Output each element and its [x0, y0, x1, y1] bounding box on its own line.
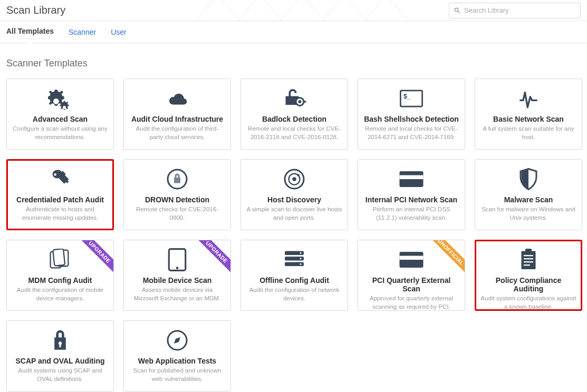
- svg-rect-25: [400, 256, 424, 260]
- svg-rect-2: [303, 101, 306, 103]
- template-advanced-scan[interactable]: Advanced Scan Configure a scan without u…: [6, 79, 114, 150]
- card-desc: Audit the configuration of mobile device…: [12, 286, 108, 302]
- card-title: Offline Config Audit: [246, 276, 342, 285]
- card-desc: Remote and local checks for CVE-2014-627…: [363, 125, 459, 141]
- svg-rect-27: [525, 249, 532, 253]
- template-audit-cloud[interactable]: Audit Cloud Infrastructure Audit the con…: [123, 79, 231, 150]
- card-desc: Audit systems using SCAP and OVAL defini…: [12, 367, 108, 383]
- tab-user[interactable]: User: [111, 21, 127, 43]
- card-desc: Remote and local checks for CVE-2016-211…: [246, 125, 342, 141]
- card-title: Badlock Detection: [246, 115, 342, 123]
- card-desc: Audit system configurations against a kn…: [480, 295, 576, 311]
- template-grid: Advanced Scan Configure a scan without u…: [0, 79, 587, 392]
- template-host-discovery[interactable]: Host Discovery A simple scan to discover…: [240, 159, 348, 230]
- template-policy-compliance[interactable]: Policy Compliance Auditing Audit system …: [475, 240, 582, 311]
- svg-rect-15: [53, 249, 65, 266]
- card-title: Mobile Device Scan: [129, 276, 225, 285]
- svg-rect-28: [524, 255, 533, 256]
- gears-icon: [12, 85, 108, 112]
- broken-lock-icon: [246, 85, 342, 112]
- card-title: Basic Network Scan: [480, 115, 576, 123]
- top-bar: Scan Library: [0, 0, 587, 21]
- card-desc: Audit the configuration of third-party c…: [129, 125, 225, 141]
- search-wrapper[interactable]: [449, 3, 581, 18]
- card-title: Host Discovery: [246, 195, 342, 204]
- svg-rect-33: [59, 344, 61, 347]
- card-title: Advanced Scan: [12, 115, 108, 123]
- credit-card-icon: [363, 166, 459, 192]
- server-stack-icon: [246, 247, 342, 273]
- decorative-geometry: [186, 0, 450, 21]
- card-title: Malware Scan: [480, 195, 576, 204]
- card-title: Internal PCI Network Scan: [363, 195, 459, 204]
- template-pci-quarterly[interactable]: UNOFFICIAL PCI Quarterly External Scan A…: [358, 240, 465, 311]
- lock-circle-icon: [129, 166, 225, 192]
- template-drown[interactable]: DROWN Detection Remote checks for CVE-20…: [123, 159, 231, 230]
- card-desc: A full system scan suitable for any host…: [480, 125, 576, 141]
- lock-icon: [12, 327, 108, 354]
- card-title: Credentialed Patch Audit: [12, 195, 108, 204]
- svg-point-21: [300, 252, 302, 254]
- svg-point-1: [299, 100, 302, 103]
- svg-rect-11: [400, 175, 424, 180]
- section-title: Scanner Templates: [0, 43, 587, 79]
- card-title: Bash Shellshock Detection: [363, 115, 459, 123]
- template-mobile-device[interactable]: UPGRADE Mobile Device Scan Assess mobile…: [123, 240, 231, 311]
- card-title: MDM Config Audit: [12, 276, 108, 285]
- template-mdm-config[interactable]: UPGRADE MDM Config Audit Audit the confi…: [6, 240, 114, 311]
- clipboard-icon: [480, 247, 576, 273]
- card-title: Policy Compliance Auditing: [480, 276, 576, 293]
- template-credentialed-patch[interactable]: Credentialed Patch Audit Authenticate to…: [6, 159, 114, 230]
- card-title: Audit Cloud Infrastructure: [129, 115, 225, 123]
- card-desc: Configure a scan without using any recom…: [12, 125, 108, 141]
- search-input[interactable]: [464, 6, 576, 14]
- shield-icon: [480, 166, 576, 192]
- template-badlock[interactable]: Badlock Detection Remote and local check…: [240, 79, 348, 150]
- svg-point-23: [300, 263, 302, 265]
- search-icon: [454, 7, 461, 14]
- svg-point-8: [292, 177, 296, 181]
- svg-point-22: [300, 258, 302, 259]
- card-desc: Remote checks for CVE-2016-0800.: [129, 205, 225, 222]
- pulse-icon: [480, 85, 576, 112]
- svg-rect-29: [524, 258, 533, 259]
- svg-point-17: [176, 267, 179, 269]
- cloud-icon: [129, 85, 225, 112]
- tab-all-templates[interactable]: All Templates: [6, 21, 54, 43]
- template-shellshock[interactable]: $_ Bash Shellshock Detection Remote and …: [358, 79, 465, 150]
- card-desc: Assess mobile devices via Microsoft Exch…: [129, 286, 225, 302]
- keys-icon: [12, 166, 108, 192]
- svg-rect-30: [524, 261, 533, 262]
- svg-point-9: [297, 174, 300, 177]
- tab-scanner[interactable]: Scanner: [69, 21, 96, 43]
- template-basic-network[interactable]: Basic Network Scan A full system scan su…: [475, 79, 582, 150]
- template-web-app-tests[interactable]: Web Application Tests Scan for published…: [123, 320, 231, 391]
- card-desc: Audit the configuration of network devic…: [246, 286, 342, 302]
- terminal-icon: $_: [363, 85, 459, 112]
- svg-rect-26: [522, 251, 536, 270]
- card-desc: Scan for malware on Windows and Unix sys…: [480, 205, 576, 222]
- card-desc: A simple scan to discover live hosts and…: [246, 205, 342, 222]
- template-offline-config[interactable]: Offline Config Audit Audit the configura…: [240, 240, 348, 311]
- card-title: SCAP and OVAL Auditing: [12, 357, 108, 365]
- card-desc: Approved for quarterly external scanning…: [363, 295, 459, 311]
- page-title: Scan Library: [6, 4, 65, 16]
- card-desc: Perform an internal PCI DSS (11.2.1) vul…: [363, 205, 459, 222]
- card-title: PCI Quarterly External Scan: [363, 276, 459, 293]
- template-malware[interactable]: Malware Scan Scan for malware on Windows…: [475, 159, 582, 230]
- template-scap-oval[interactable]: SCAP and OVAL Auditing Audit systems usi…: [6, 320, 114, 391]
- card-title: DROWN Detection: [129, 195, 225, 204]
- template-internal-pci[interactable]: Internal PCI Network Scan Perform an int…: [358, 159, 465, 230]
- card-desc: Authenticate to hosts and enumerate miss…: [12, 205, 108, 222]
- card-title: Web Application Tests: [129, 357, 225, 365]
- svg-text:$_: $_: [403, 93, 411, 100]
- tabs: All Templates Scanner User: [0, 21, 587, 43]
- svg-rect-31: [524, 264, 530, 266]
- compass-icon: [129, 327, 225, 354]
- card-desc: Scan for published and unknown web vulne…: [129, 367, 225, 383]
- radar-icon: [246, 166, 342, 192]
